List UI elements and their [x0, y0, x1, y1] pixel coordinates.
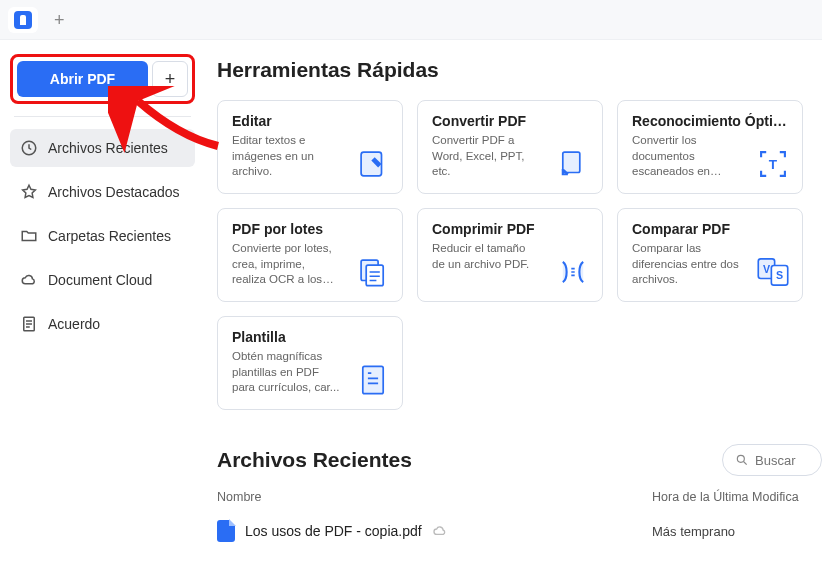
search-icon — [735, 453, 749, 467]
tool-card-convert[interactable]: Convertir PDF Convertir PDF a Word, Exce… — [417, 100, 603, 194]
tool-desc: Convierte por lotes, crea, imprime, real… — [232, 241, 340, 288]
tool-card-edit[interactable]: Editar Editar textos e imágenes en un ar… — [217, 100, 403, 194]
tool-desc: Comparar las diferencias entre dos archi… — [632, 241, 740, 288]
sidebar-item-label: Archivos Destacados — [48, 184, 180, 200]
app-logo-icon — [14, 11, 32, 29]
tool-title: Comparar PDF — [632, 221, 790, 237]
sidebar-item-label: Archivos Recientes — [48, 140, 168, 156]
tool-desc: Reducir el tamaño de un archivo PDF. — [432, 241, 540, 272]
file-name: Los usos de PDF - copia.pdf — [245, 523, 652, 539]
svg-text:T: T — [769, 157, 778, 172]
batch-icon — [354, 253, 392, 291]
quick-tools-title: Herramientas Rápidas — [217, 58, 822, 82]
compare-icon: VS — [754, 253, 792, 291]
recent-files-title: Archivos Recientes — [217, 448, 412, 472]
tool-desc: Editar textos e imágenes en un archivo. — [232, 133, 340, 180]
column-name: Nombre — [217, 490, 652, 504]
tool-title: PDF por lotes — [232, 221, 390, 237]
document-icon — [20, 315, 38, 333]
column-time: Hora de la Última Modifica — [652, 490, 822, 504]
main-content: Herramientas Rápidas Editar Editar texto… — [205, 40, 822, 568]
table-row[interactable]: Los usos de PDF - copia.pdf Más temprano — [217, 520, 822, 542]
cloud-icon — [20, 271, 38, 289]
app-tab[interactable] — [8, 7, 38, 33]
recent-files-section: Archivos Recientes Nombre Hora de la Últ… — [217, 444, 822, 542]
tool-title: Plantilla — [232, 329, 390, 345]
open-pdf-button[interactable]: Abrir PDF — [17, 61, 148, 97]
compress-icon — [554, 253, 592, 291]
open-pdf-plus-button[interactable]: + — [152, 61, 188, 97]
tool-title: Convertir PDF — [432, 113, 590, 129]
new-tab-button[interactable]: + — [46, 7, 73, 33]
open-pdf-highlight: Abrir PDF + — [10, 54, 195, 104]
edit-icon — [354, 145, 392, 183]
tool-desc: Convertir PDF a Word, Excel, PPT, etc. — [432, 133, 540, 180]
tool-title: Reconocimiento Óptic... — [632, 113, 790, 129]
tool-card-compare[interactable]: Comparar PDF Comparar las diferencias en… — [617, 208, 803, 302]
sidebar-item-label: Document Cloud — [48, 272, 152, 288]
tool-desc: Obtén magníficas plantillas en PDF para … — [232, 349, 340, 396]
star-icon — [20, 183, 38, 201]
tool-card-batch[interactable]: PDF por lotes Convierte por lotes, crea,… — [217, 208, 403, 302]
sidebar: Abrir PDF + Archivos Recientes Archivos … — [0, 40, 205, 568]
sidebar-item-recent-folders[interactable]: Carpetas Recientes — [10, 217, 195, 255]
sidebar-item-document-cloud[interactable]: Document Cloud — [10, 261, 195, 299]
svg-rect-11 — [363, 366, 383, 393]
tool-card-template[interactable]: Plantilla Obtén magníficas plantillas en… — [217, 316, 403, 410]
convert-icon — [554, 145, 592, 183]
file-time: Más temprano — [652, 524, 822, 539]
tool-desc: Convertir los documentos escaneados en t… — [632, 133, 740, 180]
svg-text:V: V — [763, 263, 771, 275]
pdf-file-icon — [217, 520, 235, 542]
sidebar-item-agreement[interactable]: Acuerdo — [10, 305, 195, 343]
tool-card-ocr[interactable]: Reconocimiento Óptic... Convertir los do… — [617, 100, 803, 194]
table-header: Nombre Hora de la Última Modifica — [217, 490, 822, 504]
sidebar-item-label: Carpetas Recientes — [48, 228, 171, 244]
tool-title: Comprimir PDF — [432, 221, 590, 237]
folder-icon — [20, 227, 38, 245]
sidebar-item-featured-files[interactable]: Archivos Destacados — [10, 173, 195, 211]
svg-text:S: S — [776, 269, 783, 281]
titlebar: + — [0, 0, 822, 40]
tool-card-compress[interactable]: Comprimir PDF Reducir el tamaño de un ar… — [417, 208, 603, 302]
divider — [14, 116, 191, 117]
svg-rect-3 — [563, 152, 580, 172]
sidebar-item-recent-files[interactable]: Archivos Recientes — [10, 129, 195, 167]
search-box[interactable] — [722, 444, 822, 476]
search-input[interactable] — [755, 453, 805, 468]
svg-point-12 — [737, 455, 744, 462]
tools-grid: Editar Editar textos e imágenes en un ar… — [217, 100, 822, 410]
sidebar-item-label: Acuerdo — [48, 316, 100, 332]
ocr-icon: T — [754, 145, 792, 183]
cloud-status-icon — [432, 523, 448, 539]
clock-icon — [20, 139, 38, 157]
template-icon — [354, 361, 392, 399]
tool-title: Editar — [232, 113, 390, 129]
